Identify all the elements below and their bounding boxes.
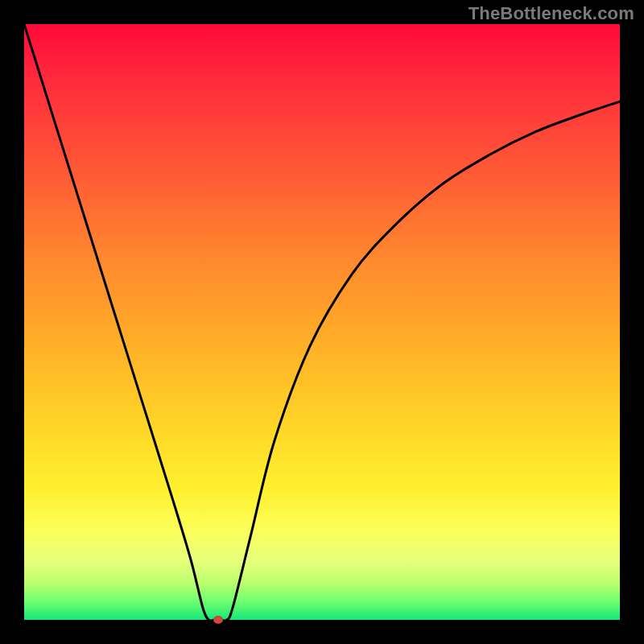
- bottleneck-curve: [24, 24, 620, 620]
- plot-area: [24, 24, 620, 620]
- minimum-marker: [213, 616, 223, 624]
- curve-svg: [24, 24, 620, 620]
- watermark-text: TheBottleneck.com: [469, 3, 634, 24]
- chart-frame: TheBottleneck.com: [0, 0, 644, 644]
